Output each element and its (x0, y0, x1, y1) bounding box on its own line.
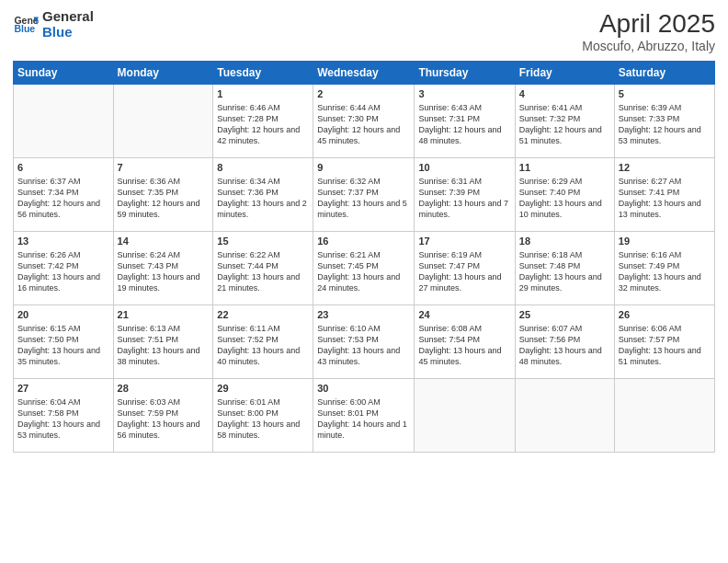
day-number: 4 (519, 87, 610, 101)
calendar-week-row: 27Sunrise: 6:04 AMSunset: 7:58 PMDayligh… (14, 379, 715, 453)
calendar-cell: 1Sunrise: 6:46 AMSunset: 7:28 PMDaylight… (213, 85, 313, 158)
day-info: Sunrise: 6:31 AMSunset: 7:39 PMDaylight:… (418, 176, 510, 221)
calendar-cell (415, 379, 515, 453)
day-number: 10 (418, 161, 510, 175)
day-info: Sunrise: 6:08 AMSunset: 7:54 PMDaylight:… (418, 323, 510, 368)
calendar-day-header: Tuesday (213, 62, 313, 85)
day-number: 19 (619, 235, 711, 248)
day-info: Sunrise: 6:01 AMSunset: 8:00 PMDaylight:… (217, 396, 309, 442)
day-number: 28 (118, 382, 210, 396)
calendar-cell (113, 85, 213, 158)
logo: General Blue General Blue (13, 9, 94, 40)
logo-blue: Blue (42, 25, 94, 40)
logo-general: General (42, 9, 94, 25)
calendar-cell: 14Sunrise: 6:24 AMSunset: 7:43 PMDayligh… (113, 232, 213, 305)
calendar-cell: 3Sunrise: 6:43 AMSunset: 7:31 PMDaylight… (415, 85, 515, 158)
logo-icon: General Blue (13, 12, 39, 38)
calendar-cell: 8Sunrise: 6:34 AMSunset: 7:36 PMDaylight… (213, 158, 313, 232)
day-number: 15 (217, 235, 309, 248)
day-info: Sunrise: 6:24 AMSunset: 7:43 PMDaylight:… (118, 249, 210, 294)
day-number: 22 (217, 308, 309, 322)
calendar-day-header: Saturday (614, 62, 714, 85)
calendar-cell: 13Sunrise: 6:26 AMSunset: 7:42 PMDayligh… (14, 232, 114, 305)
calendar-cell: 12Sunrise: 6:27 AMSunset: 7:41 PMDayligh… (614, 158, 714, 232)
calendar-cell: 21Sunrise: 6:13 AMSunset: 7:51 PMDayligh… (113, 305, 213, 379)
day-number: 30 (317, 382, 410, 396)
location: Moscufo, Abruzzo, Italy (582, 39, 715, 53)
calendar-cell: 20Sunrise: 6:15 AMSunset: 7:50 PMDayligh… (14, 305, 114, 379)
calendar-cell: 7Sunrise: 6:36 AMSunset: 7:35 PMDaylight… (113, 158, 213, 232)
calendar-cell: 15Sunrise: 6:22 AMSunset: 7:44 PMDayligh… (213, 232, 313, 305)
day-info: Sunrise: 6:41 AMSunset: 7:32 PMDaylight:… (519, 102, 610, 147)
calendar-cell: 16Sunrise: 6:21 AMSunset: 7:45 PMDayligh… (313, 232, 415, 305)
day-info: Sunrise: 6:26 AMSunset: 7:42 PMDaylight:… (17, 249, 109, 294)
calendar-cell: 4Sunrise: 6:41 AMSunset: 7:32 PMDaylight… (515, 85, 614, 158)
day-info: Sunrise: 6:07 AMSunset: 7:56 PMDaylight:… (519, 323, 610, 368)
calendar-week-row: 13Sunrise: 6:26 AMSunset: 7:42 PMDayligh… (14, 232, 715, 305)
calendar-cell: 5Sunrise: 6:39 AMSunset: 7:33 PMDaylight… (614, 85, 714, 158)
day-info: Sunrise: 6:16 AMSunset: 7:49 PMDaylight:… (619, 249, 711, 294)
day-number: 7 (118, 161, 210, 175)
day-info: Sunrise: 6:22 AMSunset: 7:44 PMDaylight:… (217, 249, 309, 294)
day-number: 27 (17, 382, 109, 396)
day-number: 1 (217, 87, 309, 101)
day-info: Sunrise: 6:19 AMSunset: 7:47 PMDaylight:… (418, 249, 510, 294)
day-number: 5 (619, 87, 711, 101)
day-number: 18 (519, 235, 610, 248)
day-info: Sunrise: 6:11 AMSunset: 7:52 PMDaylight:… (217, 323, 309, 368)
day-number: 9 (317, 161, 410, 175)
day-number: 3 (418, 87, 510, 101)
day-info: Sunrise: 6:10 AMSunset: 7:53 PMDaylight:… (317, 323, 410, 368)
calendar-cell: 18Sunrise: 6:18 AMSunset: 7:48 PMDayligh… (515, 232, 614, 305)
day-number: 23 (317, 308, 410, 322)
day-info: Sunrise: 6:06 AMSunset: 7:57 PMDaylight:… (619, 323, 711, 368)
day-number: 26 (619, 308, 711, 322)
calendar-week-row: 20Sunrise: 6:15 AMSunset: 7:50 PMDayligh… (14, 305, 715, 379)
calendar-cell: 9Sunrise: 6:32 AMSunset: 7:37 PMDaylight… (313, 158, 415, 232)
calendar-cell (14, 85, 114, 158)
calendar-cell: 11Sunrise: 6:29 AMSunset: 7:40 PMDayligh… (515, 158, 614, 232)
svg-text:Blue: Blue (14, 23, 35, 34)
calendar-cell: 28Sunrise: 6:03 AMSunset: 7:59 PMDayligh… (113, 379, 213, 453)
day-number: 12 (619, 161, 711, 175)
day-number: 6 (17, 161, 109, 175)
day-number: 8 (217, 161, 309, 175)
day-number: 21 (118, 308, 210, 322)
calendar-table: SundayMondayTuesdayWednesdayThursdayFrid… (13, 61, 715, 453)
day-info: Sunrise: 6:27 AMSunset: 7:41 PMDaylight:… (619, 176, 711, 221)
day-info: Sunrise: 6:34 AMSunset: 7:36 PMDaylight:… (217, 176, 309, 221)
day-number: 24 (418, 308, 510, 322)
day-info: Sunrise: 6:39 AMSunset: 7:33 PMDaylight:… (619, 102, 711, 147)
day-info: Sunrise: 6:21 AMSunset: 7:45 PMDaylight:… (317, 249, 410, 294)
calendar-cell: 6Sunrise: 6:37 AMSunset: 7:34 PMDaylight… (14, 158, 114, 232)
calendar-cell: 23Sunrise: 6:10 AMSunset: 7:53 PMDayligh… (313, 305, 415, 379)
calendar-cell: 17Sunrise: 6:19 AMSunset: 7:47 PMDayligh… (415, 232, 515, 305)
calendar-cell (614, 379, 714, 453)
day-number: 2 (317, 87, 410, 101)
calendar-cell: 19Sunrise: 6:16 AMSunset: 7:49 PMDayligh… (614, 232, 714, 305)
day-info: Sunrise: 6:00 AMSunset: 8:01 PMDaylight:… (317, 396, 410, 442)
day-info: Sunrise: 6:44 AMSunset: 7:30 PMDaylight:… (317, 102, 410, 147)
day-info: Sunrise: 6:46 AMSunset: 7:28 PMDaylight:… (217, 102, 309, 147)
calendar-day-header: Monday (113, 62, 213, 85)
title-block: April 2025 Moscufo, Abruzzo, Italy (582, 9, 715, 53)
calendar-cell: 30Sunrise: 6:00 AMSunset: 8:01 PMDayligh… (313, 379, 415, 453)
calendar-cell: 10Sunrise: 6:31 AMSunset: 7:39 PMDayligh… (415, 158, 515, 232)
calendar-week-row: 6Sunrise: 6:37 AMSunset: 7:34 PMDaylight… (14, 158, 715, 232)
calendar-cell (515, 379, 614, 453)
calendar-day-header: Thursday (415, 62, 515, 85)
day-info: Sunrise: 6:29 AMSunset: 7:40 PMDaylight:… (519, 176, 610, 221)
day-info: Sunrise: 6:36 AMSunset: 7:35 PMDaylight:… (118, 176, 210, 221)
day-number: 16 (317, 235, 410, 248)
month-title: April 2025 (582, 9, 715, 39)
calendar-cell: 26Sunrise: 6:06 AMSunset: 7:57 PMDayligh… (614, 305, 714, 379)
calendar-day-header: Friday (515, 62, 614, 85)
calendar-cell: 25Sunrise: 6:07 AMSunset: 7:56 PMDayligh… (515, 305, 614, 379)
calendar-week-row: 1Sunrise: 6:46 AMSunset: 7:28 PMDaylight… (14, 85, 715, 158)
day-number: 20 (17, 308, 109, 322)
calendar-cell: 29Sunrise: 6:01 AMSunset: 8:00 PMDayligh… (213, 379, 313, 453)
day-number: 25 (519, 308, 610, 322)
calendar-cell: 2Sunrise: 6:44 AMSunset: 7:30 PMDaylight… (313, 85, 415, 158)
day-number: 29 (217, 382, 309, 396)
day-info: Sunrise: 6:13 AMSunset: 7:51 PMDaylight:… (118, 323, 210, 368)
